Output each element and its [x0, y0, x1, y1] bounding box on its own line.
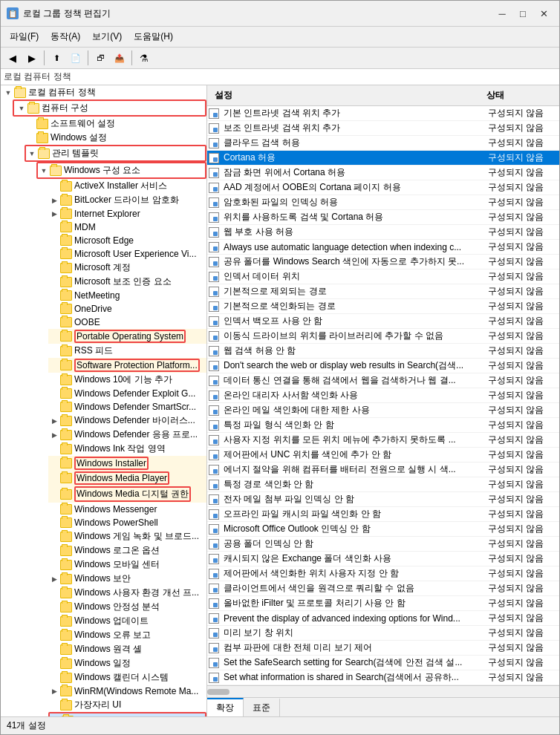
wdapp-expand[interactable]: ▶ [48, 429, 60, 441]
tree-item-rss[interactable]: RSS 피드 [48, 344, 206, 358]
list-item[interactable]: 제어판에서 UNC 위치를 색인에 추가 안 함구성되지 않음 [207, 448, 559, 463]
wdav-expand[interactable]: ▶ [48, 415, 60, 427]
list-item[interactable]: 캐시되지 않은 Exchange 폴더 색인화 사용구성되지 않음 [207, 552, 559, 566]
tab-expand[interactable]: 확장 [207, 698, 244, 716]
tree-item-spp[interactable]: Software Protection Platform... [48, 358, 206, 373]
minimize-button[interactable]: ─ [492, 5, 512, 22]
list-item[interactable]: 공유 폴더를 Windows Search 색인에 자동으로 추가하지 못...… [207, 255, 559, 270]
menu-help[interactable]: 도움말(H) [128, 28, 179, 45]
tree-item-messenger[interactable]: Windows Messenger [48, 503, 206, 516]
list-item[interactable]: 온라인 메일 색인화에 대한 제한 사용구성되지 않음 [207, 403, 559, 418]
back-button[interactable]: ◀ [4, 50, 22, 66]
tree-item-calsys[interactable]: Windows 캘린더 시스템 [48, 670, 206, 685]
list-item[interactable]: 컴부 파판에 대한 전체 미리 보기 제어구성되지 않음 [207, 641, 559, 656]
tab-standard[interactable]: 표준 [244, 698, 280, 716]
tree-item-win10[interactable]: Windows 10에 기능 추가 [48, 373, 206, 387]
tree-item-wdss[interactable]: Windows Defender SmartScr... [48, 400, 206, 414]
tree-item-ceip[interactable]: Windows 사용자 환경 개선 프... [48, 586, 206, 600]
list-item[interactable]: 암호화된 파일의 인덱싱 허용구성되지 않음 [207, 195, 559, 210]
tree-item-wmp[interactable]: Windows Media Player [48, 471, 206, 486]
tree-item-rs[interactable]: Windows 원격 셸 [48, 642, 206, 656]
tree-item-pos[interactable]: Portable Operating System [48, 329, 206, 344]
bitlocker-expand[interactable]: ▶ [48, 195, 60, 206]
tree-item-cal[interactable]: Windows 일정 [48, 656, 206, 670]
tree-item-activex[interactable]: ActiveX Installer 서비스 [48, 179, 206, 193]
tree-root[interactable]: ▼ 로컬 컴퓨터 정책 [1, 85, 206, 99]
list-item[interactable]: 제어판에서 색인화한 위치 사용자 지정 안 함구성되지 않음 [207, 566, 559, 581]
tree-software-settings[interactable]: ▶ 소프트웨어 설정 [25, 117, 206, 131]
up-button[interactable]: ⬆ [48, 50, 65, 66]
list-item[interactable]: 인덱서 데이터 위치구성되지 않음 [207, 270, 559, 284]
list-item[interactable]: 공용 폴더 인덱싱 안 함구성되지 않음 [207, 537, 559, 552]
tree-item-wu[interactable]: Windows 업데이트 [48, 614, 206, 628]
list-item[interactable]: 위치를 사용하도록 검색 및 Cortana 허용구성되지 않음 [207, 210, 559, 225]
tree-item-logon[interactable]: Windows 로그온 옵션 [48, 543, 206, 558]
list-item[interactable]: 미리 보기 창 위치구성되지 않음 [207, 626, 559, 641]
tree-item-ps[interactable]: Windows PowerShell [48, 516, 206, 529]
list-item[interactable]: 기본 인트라넷 검색 위치 추가구성되지 않음 [207, 106, 559, 121]
list-item[interactable]: 온라인 대리자 사서함 색인화 사용구성되지 않음 [207, 388, 559, 403]
list-item[interactable]: 데이터 통신 연결을 통해 검색에서 웹을 검색하거나 웹 결...구성되지 않… [207, 373, 559, 388]
forward-button[interactable]: ▶ [23, 50, 41, 66]
tree-item-ie[interactable]: ▶ Internet Explorer [48, 207, 206, 220]
list-item[interactable]: Set the SafeSearch setting for Search(검색… [207, 656, 559, 670]
list-item[interactable]: 클라우드 검색 허용구성되지 않음 [207, 136, 559, 151]
list-item[interactable]: 웹 부호 사용 허용구성되지 않음 [207, 225, 559, 240]
tree-item-winrm[interactable]: ▶ WinRM(Windows Remote Ma... [48, 685, 206, 698]
list-item[interactable]: Cortana 허용구성되지 않음 [207, 151, 559, 166]
list-item[interactable]: Always use automatic language detection … [207, 240, 559, 255]
tree-item-wm[interactable]: Windows Media 디지털 권한 [48, 486, 206, 503]
list-item[interactable]: 웹 검색 허용 안 함구성되지 않음 [207, 344, 559, 359]
at-expand-icon[interactable]: ▼ [26, 148, 38, 160]
root-expand-icon[interactable]: ▼ [2, 87, 14, 99]
list-item[interactable]: AAD 계정에서 OOBE의 Cortana 페이지 허용구성되지 않음 [207, 180, 559, 195]
list-item[interactable]: Set what information is shared in Search… [207, 670, 559, 685]
export-button[interactable]: 📤 [111, 50, 128, 66]
list-item[interactable]: 올바없한 iFilter 및 프로토콜 처리기 사용 안 함구성되지 않음 [207, 596, 559, 611]
list-item[interactable]: 인덱서 백오프 사용 안 함구성되지 않음 [207, 314, 559, 329]
tree-item-msaccount[interactable]: Microsoft 계정 [48, 261, 206, 275]
tree-item-netmeeting[interactable]: NetMeeting [48, 289, 206, 302]
tree-computer-config[interactable]: ▼ 컴퓨터 구성 [13, 99, 206, 117]
list-item[interactable]: Microsoft Office Outlook 인덱싱 안 함구성되지 않음 [207, 522, 559, 537]
list-item[interactable]: 잠금 화면 위에서 Cortana 허용구성되지 않음 [207, 166, 559, 180]
winrm-expand[interactable]: ▶ [48, 685, 60, 697]
tree-item-game[interactable]: Windows 게임 녹화 및 브로드... [48, 529, 206, 543]
show-hide-button[interactable]: 📄 [67, 50, 85, 66]
tree-windows-settings[interactable]: ▶ Windows 설정 [25, 131, 206, 145]
ie-expand[interactable]: ▶ [48, 208, 60, 220]
tree-item-edge-ui[interactable]: 가장자리 UI [48, 698, 206, 712]
tree-item-er[interactable]: Windows 오류 보고 [48, 628, 206, 642]
list-item[interactable]: 특정 경로 색인화 안 함구성되지 않음 [207, 477, 559, 492]
tree-item-ink[interactable]: Windows Ink 작업 영역 [48, 442, 206, 456]
list-item[interactable]: 오프라인 파일 캐시의 파일 색인화 안 함구성되지 않음 [207, 507, 559, 522]
filter-button[interactable]: ⚗ [135, 50, 153, 66]
list-item[interactable]: 전자 메일 첨부 파일 인덱싱 안 함구성되지 않음 [207, 492, 559, 507]
close-button[interactable]: ✕ [534, 5, 553, 22]
sec-expand[interactable]: ▶ [48, 573, 60, 585]
list-item[interactable]: 클라이언트에서 색인을 원격으로 쿼리할 수 없음구성되지 않음 [207, 581, 559, 596]
tree-item-muev[interactable]: Microsoft User Experience Vi... [48, 247, 206, 261]
list-item[interactable]: Prevent the display of advanced indexing… [207, 611, 559, 626]
list-item[interactable]: Don't search the web or display web resu… [207, 359, 559, 373]
tree-item-mobile[interactable]: Windows 모바일 센터 [48, 558, 206, 572]
new-window-button[interactable]: 🗗 [91, 50, 109, 66]
tree-item-onedrive[interactable]: OneDrive [48, 302, 206, 316]
tree-item-edge[interactable]: Microsoft Edge [48, 234, 206, 247]
tree-item-bitlocker[interactable]: ▶ BitLocker 드라이브 암호화 [48, 193, 206, 207]
tree-item-mdm[interactable]: MDM [48, 220, 206, 234]
tree-item-wdapp[interactable]: ▶ Windows Defender 응용 프로... [48, 428, 206, 442]
list-item[interactable]: 기본적으로 제외되는 경로구성되지 않음 [207, 284, 559, 299]
tree-windows-components[interactable]: ▼ Windows 구성 요소 [36, 162, 206, 179]
tree-item-security[interactable]: ▶ Windows 보안 [48, 572, 206, 586]
list-item[interactable]: 이동식 드라이브의 위치를 라이브러리에 추가할 수 없음구성되지 않음 [207, 329, 559, 344]
list-item[interactable]: 사용자 지정 위치를 모든 위치 메뉴에 추가하지 못하도록 ...구성되지 않… [207, 433, 559, 448]
list-item[interactable]: 기본적으로 색인화되는 경로구성되지 않음 [207, 299, 559, 314]
tree-item-wdeg[interactable]: Windows Defender Exploit G... [48, 387, 206, 400]
maximize-button[interactable]: □ [513, 5, 533, 22]
list-item[interactable]: 특정 파일 형식 색인화 안 함구성되지 않음 [207, 418, 559, 433]
tree-item-msauth[interactable]: Microsoft 보조 인증 요소 [48, 275, 206, 289]
tree-item-wdav[interactable]: ▶ Windows Defender 바이러스... [48, 414, 206, 428]
horizontal-scrollbar[interactable] [207, 685, 559, 697]
menu-view[interactable]: 보기(V) [86, 28, 128, 45]
